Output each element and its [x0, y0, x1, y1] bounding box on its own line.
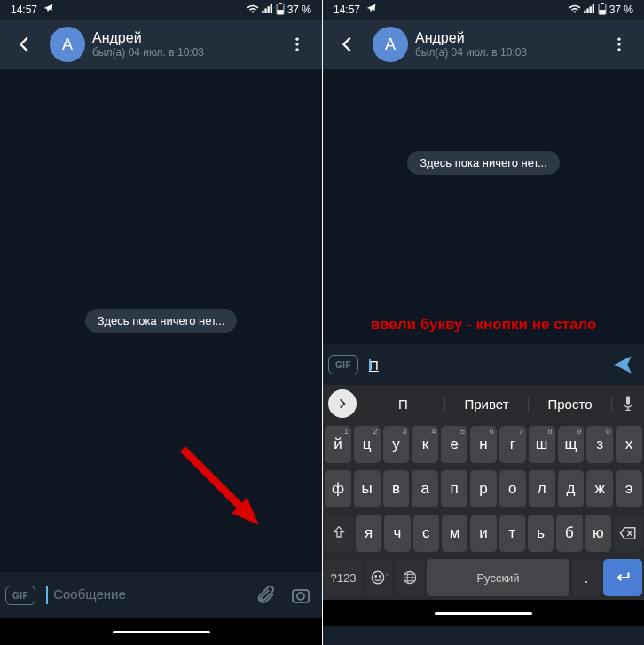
- message-input-bar: GIF Сообщение: [0, 572, 322, 618]
- suggestion[interactable]: П: [362, 397, 445, 412]
- svg-line-6: [183, 449, 247, 513]
- key[interactable]: в: [383, 470, 410, 507]
- keyboard-bottom-row: ?123 , Русский .: [323, 555, 644, 600]
- suggestion[interactable]: Просто: [529, 397, 612, 412]
- svg-point-14: [617, 43, 620, 45]
- language-key[interactable]: [396, 559, 424, 596]
- avatar[interactable]: А: [373, 27, 408, 62]
- battery-icon: [276, 3, 285, 18]
- key[interactable]: л: [529, 470, 555, 507]
- svg-rect-16: [626, 396, 630, 404]
- signal-icon: [262, 4, 273, 16]
- svg-point-18: [375, 576, 377, 578]
- phone-right: 14:57 37 % А Андрей был(а) 04 июл. в 10:…: [322, 0, 644, 645]
- numeric-key[interactable]: ?123: [325, 559, 362, 596]
- status-bar: 14:57 37 %: [0, 0, 322, 20]
- contact-info[interactable]: Андрей был(а) 04 июл. в 10:03: [92, 30, 272, 59]
- svg-rect-12: [600, 10, 605, 13]
- mic-button[interactable]: [612, 395, 644, 413]
- key[interactable]: с: [413, 515, 439, 552]
- key[interactable]: ы: [354, 470, 381, 507]
- key[interactable]: з0: [586, 426, 613, 463]
- gif-button[interactable]: GIF: [5, 586, 35, 605]
- key[interactable]: ц2: [354, 426, 381, 463]
- key[interactable]: ь: [528, 515, 554, 552]
- key[interactable]: б: [556, 515, 582, 552]
- contact-status: был(а) 04 июл. в 10:03: [415, 46, 594, 59]
- space-key[interactable]: Русский: [427, 559, 569, 596]
- svg-point-5: [295, 48, 298, 51]
- expand-suggestions-button[interactable]: [328, 389, 357, 418]
- keyboard: П Привет Просто й1ц2у3к4е5н6г7ш8щ9з0х фы…: [323, 385, 644, 600]
- chat-header: А Андрей был(а) 04 июл. в 10:03: [0, 20, 322, 69]
- svg-point-17: [372, 571, 384, 584]
- key[interactable]: к4: [412, 426, 438, 463]
- shift-key[interactable]: [325, 515, 353, 552]
- camera-button[interactable]: [285, 579, 317, 611]
- more-button[interactable]: [601, 27, 637, 62]
- key[interactable]: г7: [499, 426, 526, 463]
- key[interactable]: э: [616, 470, 642, 507]
- enter-key[interactable]: [603, 559, 642, 596]
- key[interactable]: д: [558, 470, 585, 507]
- contact-status: был(а) 04 июл. в 10:03: [92, 46, 272, 59]
- key[interactable]: н6: [470, 426, 497, 463]
- key[interactable]: ш8: [529, 426, 555, 463]
- key[interactable]: щ9: [558, 426, 585, 463]
- period-key[interactable]: .: [572, 559, 601, 596]
- wifi-icon: [569, 4, 581, 16]
- svg-rect-11: [601, 3, 603, 4]
- svg-point-4: [295, 43, 298, 45]
- contact-name: Андрей: [415, 30, 594, 46]
- key[interactable]: о: [499, 470, 526, 507]
- back-button[interactable]: [7, 27, 43, 62]
- nav-handle[interactable]: [113, 631, 210, 633]
- message-placeholder: Сообщение: [53, 586, 126, 602]
- key[interactable]: ф: [325, 470, 351, 507]
- empty-chat-message: Здесь пока ничего нет...: [85, 309, 238, 333]
- wifi-icon: [247, 4, 259, 16]
- chat-header: А Андрей был(а) 04 июл. в 10:03: [323, 20, 644, 69]
- status-time: 14:57: [11, 4, 37, 16]
- key[interactable]: ж: [586, 470, 613, 507]
- nav-bar: [323, 600, 644, 626]
- key[interactable]: ю: [585, 515, 611, 552]
- key[interactable]: ч: [384, 515, 410, 552]
- key[interactable]: е5: [441, 426, 467, 463]
- keyboard-row-3: ячсмитьбю: [323, 511, 644, 555]
- attach-button[interactable]: [249, 579, 281, 611]
- key[interactable]: м: [442, 515, 467, 552]
- send-button[interactable]: [607, 349, 639, 381]
- svg-point-19: [379, 576, 381, 578]
- svg-rect-2: [278, 10, 283, 13]
- back-button[interactable]: [330, 27, 365, 62]
- key[interactable]: и: [470, 515, 496, 552]
- message-input-bar: GIF П: [323, 344, 644, 385]
- emoji-key[interactable]: ,: [365, 559, 393, 596]
- svg-point-9: [297, 593, 304, 600]
- gif-button[interactable]: GIF: [328, 355, 358, 374]
- nav-handle[interactable]: [435, 612, 532, 615]
- key[interactable]: й1: [325, 426, 351, 463]
- key[interactable]: я: [356, 515, 381, 552]
- key[interactable]: п: [441, 470, 467, 507]
- keyboard-row-2: фывапролджэ: [323, 467, 644, 511]
- chat-area: Здесь пока ничего нет...: [0, 69, 322, 572]
- avatar[interactable]: А: [50, 27, 85, 62]
- svg-point-15: [617, 48, 620, 51]
- message-input[interactable]: П: [362, 358, 603, 373]
- key[interactable]: х: [616, 426, 642, 463]
- key[interactable]: у3: [383, 426, 410, 463]
- more-button[interactable]: [279, 27, 315, 62]
- contact-info[interactable]: Андрей был(а) 04 июл. в 10:03: [415, 30, 594, 59]
- message-input[interactable]: Сообщение: [39, 586, 246, 604]
- backspace-key[interactable]: [614, 515, 642, 552]
- status-bar: 14:57 37 %: [323, 0, 644, 20]
- svg-point-3: [295, 38, 298, 41]
- svg-marker-7: [232, 498, 259, 525]
- key[interactable]: р: [470, 470, 497, 507]
- key[interactable]: т: [499, 515, 525, 552]
- key[interactable]: а: [412, 470, 438, 507]
- suggestion[interactable]: Привет: [445, 397, 529, 412]
- telegram-status-icon: [43, 3, 54, 17]
